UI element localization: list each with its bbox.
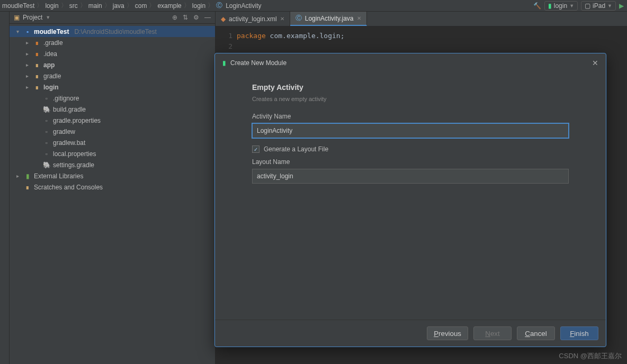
previous-button[interactable]: PPreviousrevious <box>427 326 468 340</box>
crumb-login-pkg[interactable]: login <box>192 2 205 10</box>
library-icon: ▮ <box>23 172 32 180</box>
device-label: iPad <box>593 2 605 10</box>
tree-scratches[interactable]: ∎ Scratches and Consoles <box>10 181 215 193</box>
generate-layout-label[interactable]: Generate a Layout File <box>264 145 328 153</box>
tree-build-gradle[interactable]: 🐘 build.gradle <box>10 104 215 115</box>
class-icon: Ⓒ <box>216 1 222 10</box>
panel-title[interactable]: Project <box>23 14 42 21</box>
gradle-icon: 🐘 <box>42 106 51 113</box>
props-icon: ▫ <box>42 150 51 158</box>
tab-label: LoginActivity.java <box>305 15 354 22</box>
run-config-label: login <box>554 2 567 10</box>
code-text: com.example.login; <box>266 32 345 40</box>
folder-icon: ∎ <box>33 39 41 47</box>
tree-app[interactable]: ▸∎ app <box>10 59 215 70</box>
android-icon: ▮ <box>548 2 552 10</box>
folder-icon: ∎ <box>33 84 41 91</box>
class-icon: Ⓒ <box>295 14 302 23</box>
breadcrumb: moudleTest〉 login〉 src〉 main〉 java〉 com〉… <box>0 0 627 12</box>
tree-gradle[interactable]: ▸∎ gradle <box>10 70 215 81</box>
tree-idea-dir[interactable]: ▸∎ .idea <box>10 48 215 59</box>
folder-icon: ∎ <box>33 61 41 69</box>
tool-window-rail[interactable] <box>0 12 10 364</box>
dialog-subtitle: Creates a new empty activity <box>252 96 569 102</box>
tree-gradlew[interactable]: ▫ gradlew <box>10 126 215 137</box>
tab-activity-login-xml[interactable]: ◆ activity_login.xml ✕ <box>216 12 290 26</box>
activity-name-label: Activity Name <box>252 113 569 120</box>
finish-button[interactable]: Finish <box>560 326 598 340</box>
close-icon[interactable]: ✕ <box>357 15 361 21</box>
android-icon: ▮ <box>222 59 226 67</box>
sort-icon[interactable]: ⇅ <box>183 14 188 21</box>
tree-settings-gradle[interactable]: 🐘 settings.gradle <box>10 159 215 170</box>
crumb-activity[interactable]: LoginActivity <box>226 2 261 10</box>
tree-gitignore[interactable]: ▫ .gitignore <box>10 93 215 104</box>
crumb-src[interactable]: src <box>69 2 78 10</box>
layout-name-input[interactable] <box>252 169 569 184</box>
tree-ext-libs[interactable]: ▸▮ External Libraries <box>10 170 215 181</box>
run-icon[interactable]: ▶ <box>619 2 624 10</box>
run-config-dropdown[interactable]: ▮ login ▼ <box>544 1 578 11</box>
minimize-icon[interactable]: — <box>204 14 211 21</box>
crumb-login[interactable]: login <box>45 2 58 10</box>
crumb-com[interactable]: com <box>135 2 147 10</box>
file-icon: ▫ <box>42 95 51 102</box>
close-icon[interactable]: ✕ <box>592 59 598 67</box>
tab-login-activity-java[interactable]: Ⓒ LoginActivity.java ✕ <box>290 12 367 26</box>
crumb-java[interactable]: java <box>113 2 124 10</box>
crumb-example[interactable]: example <box>157 2 181 10</box>
chevron-down-icon[interactable]: ▼ <box>46 15 50 20</box>
activity-name-input[interactable] <box>252 123 569 138</box>
project-tree: ▾▪ moudleTest D:\AndroidStudio\moudleTes… <box>10 24 215 195</box>
module-icon: ▪ <box>23 28 32 35</box>
crumb-main[interactable]: main <box>88 2 102 10</box>
project-icon: ▣ <box>14 14 20 21</box>
gradle-icon: 🐘 <box>42 161 51 169</box>
keyword: package <box>237 32 266 40</box>
watermark: CSDN @西邮王嘉尔 <box>559 351 622 361</box>
chevron-down-icon: ▼ <box>569 3 574 8</box>
gutter: 12 <box>216 26 237 51</box>
target-icon[interactable]: ⊕ <box>172 14 177 21</box>
device-icon: ▢ <box>585 2 590 10</box>
create-module-dialog: ▮ Create New Module ✕ Empty Activity Cre… <box>214 53 606 347</box>
folder-icon: ∎ <box>33 72 41 80</box>
scratch-icon: ∎ <box>23 184 32 191</box>
tree-gradlew-bat[interactable]: ▫ gradlew.bat <box>10 137 215 148</box>
file-icon: ▫ <box>42 139 51 147</box>
editor-body[interactable]: 12 package com.example.login; <box>216 26 627 51</box>
project-panel: ▣ Project ▼ ⊕ ⇅ ⚙ — ▾▪ moudleTest D:\And… <box>10 12 215 364</box>
next-button[interactable]: Next <box>473 326 512 340</box>
layout-name-label: Layout Name <box>252 158 569 166</box>
xml-icon: ◆ <box>221 15 226 23</box>
device-dropdown[interactable]: ▢ iPad ▼ <box>581 1 616 11</box>
chevron-down-icon: ▼ <box>607 3 612 8</box>
gear-icon[interactable]: ⚙ <box>193 14 199 21</box>
tree-local-props[interactable]: ▫ local.properties <box>10 148 215 159</box>
crumb-root[interactable]: moudleTest <box>2 2 34 10</box>
hammer-icon[interactable]: 🔨 <box>533 2 541 10</box>
generate-layout-checkbox[interactable]: ✓ <box>252 145 259 153</box>
tree-gradle-props[interactable]: ▫ gradle.properties <box>10 115 215 126</box>
cancel-button[interactable]: Cancel <box>517 326 555 340</box>
close-icon[interactable]: ✕ <box>280 16 284 22</box>
props-icon: ▫ <box>42 117 51 124</box>
dialog-heading: Empty Activity <box>252 83 569 92</box>
tree-gradle-dir[interactable]: ▸∎ .gradle <box>10 37 215 48</box>
folder-icon: ∎ <box>33 50 41 58</box>
tree-login[interactable]: ▸∎ login <box>10 81 215 93</box>
file-icon: ▫ <box>42 128 51 135</box>
editor-tabs: ◆ activity_login.xml ✕ Ⓒ LoginActivity.j… <box>216 12 627 26</box>
tab-label: activity_login.xml <box>229 15 277 23</box>
dialog-title: Create New Module <box>230 59 286 67</box>
tree-root[interactable]: ▾▪ moudleTest D:\AndroidStudio\moudleTes… <box>10 26 215 37</box>
